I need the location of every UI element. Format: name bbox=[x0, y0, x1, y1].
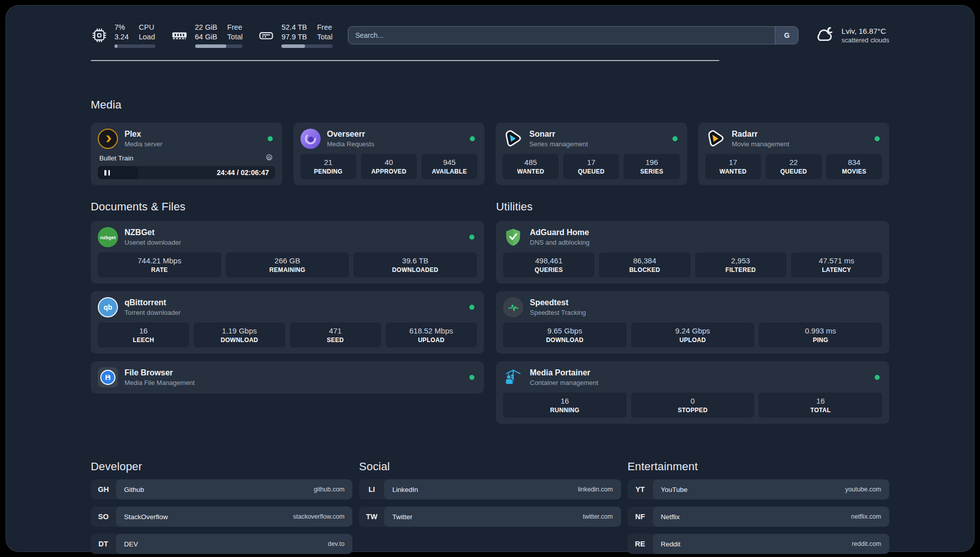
settings-gear-icon[interactable] bbox=[265, 153, 274, 162]
bookmark-link-dev[interactable]: DTDEVdev.to bbox=[91, 534, 352, 554]
section-title-media: Media bbox=[91, 98, 889, 112]
stat-value: 618.52 Mbps bbox=[388, 326, 475, 336]
stat-value: 196 bbox=[626, 157, 678, 167]
cpu-icon bbox=[91, 27, 108, 44]
resource-widgets: 7%3.24CPULoad22 GiB64 GiBFreeTotal52.4 T… bbox=[91, 23, 333, 48]
service-card-adguard[interactable]: AdGuard HomeDNS and adblocking498,461QUE… bbox=[496, 221, 889, 284]
bookmark-abbr: YT bbox=[628, 479, 653, 499]
playback-progress-bar: 24:44 / 02:06:47 bbox=[98, 166, 275, 179]
qbittorrent-icon: qb bbox=[98, 297, 118, 317]
bookmark-link-youtube[interactable]: YTYouTubeyoutube.com bbox=[628, 479, 889, 499]
plex-icon bbox=[98, 129, 118, 149]
stat-value: 945 bbox=[423, 157, 475, 167]
search-engine-button[interactable]: G bbox=[775, 27, 798, 44]
stat-queued: 17QUEUED bbox=[563, 154, 619, 179]
service-card-sonarr[interactable]: SonarrSeries management485WANTED17QUEUED… bbox=[496, 123, 687, 185]
stat-value: 485 bbox=[505, 157, 557, 167]
bookmarks-area: DeveloperGHGithubgithub.comSOStackOverfl… bbox=[91, 460, 889, 554]
stat-series: 196SERIES bbox=[624, 154, 680, 179]
bookmark-abbr: DT bbox=[91, 534, 116, 554]
stat-label: WANTED bbox=[707, 168, 759, 175]
service-card-speedtest[interactable]: SpeedtestSpeedtest Tracking9.65 GbpsDOWN… bbox=[496, 291, 889, 354]
stat-value: 9.65 Gbps bbox=[505, 326, 625, 336]
stat-movies: 834MOVIES bbox=[826, 154, 882, 179]
service-subtitle: Torrent downloader bbox=[125, 308, 180, 317]
stat-wanted: 485WANTED bbox=[503, 154, 559, 179]
stat-remaining: 266 GBREMAINING bbox=[226, 252, 349, 277]
resource-label-2: Total bbox=[317, 32, 333, 42]
search-input[interactable] bbox=[348, 27, 775, 44]
resource-labels: FreeTotal bbox=[227, 23, 243, 42]
stat-wanted: 17WANTED bbox=[705, 154, 761, 179]
service-title: AdGuard Home bbox=[530, 228, 590, 238]
nzbget-icon: nzbget bbox=[98, 227, 118, 247]
section-title-social: Social bbox=[359, 460, 621, 473]
stat-upload: 618.52 MbpsUPLOAD bbox=[386, 322, 477, 348]
stat-rate: 744.21 MbpsRATE bbox=[98, 252, 221, 277]
stat-approved: 40APPROVED bbox=[361, 154, 417, 179]
status-dot-online bbox=[469, 235, 474, 240]
resource-progress-fill bbox=[281, 44, 305, 48]
stat-label: DOWNLOADED bbox=[355, 266, 475, 273]
service-title: Radarr bbox=[732, 129, 789, 139]
service-card-filebrowser[interactable]: File BrowserMedia File Management bbox=[91, 361, 484, 394]
service-card-qbittorrent[interactable]: qbqBittorrentTorrent downloader16LEECH1.… bbox=[91, 291, 484, 354]
service-card-overseerr[interactable]: OverseerrMedia Requests21PENDING40APPROV… bbox=[293, 123, 485, 185]
stat-ping: 0.993 msPING bbox=[759, 322, 882, 348]
resource-values: 52.4 TB97.9 TB bbox=[281, 23, 307, 42]
stat-label: QUEUED bbox=[565, 168, 617, 175]
stat-value: 17 bbox=[707, 157, 759, 167]
status-dot-online bbox=[268, 136, 273, 141]
status-dot-online bbox=[875, 136, 880, 141]
now-playing-widget: Bullet Train24:44 / 02:06:47 bbox=[98, 152, 275, 179]
service-stats-row: 744.21 MbpsRATE266 GBREMAINING39.6 TBDOW… bbox=[98, 252, 477, 277]
resource-widget-cpu: 7%3.24CPULoad bbox=[91, 23, 155, 48]
stat-value: 834 bbox=[828, 157, 880, 167]
bookmark-section-developer: DeveloperGHGithubgithub.comSOStackOverfl… bbox=[91, 460, 352, 554]
service-stats-row: 16RUNNING0STOPPED16TOTAL bbox=[503, 393, 882, 418]
stat-value: 17 bbox=[565, 157, 617, 167]
service-card-plex[interactable]: PlexMedia serverBullet Train24:44 / 02:0… bbox=[91, 123, 282, 185]
service-stats-row: 485WANTED17QUEUED196SERIES bbox=[503, 154, 680, 179]
stat-label: LATENCY bbox=[793, 266, 880, 273]
service-subtitle: Container management bbox=[530, 378, 598, 387]
bookmark-link-stackoverflow[interactable]: SOStackOverflowstackoverflow.com bbox=[91, 507, 352, 527]
stat-value: 16 bbox=[505, 396, 625, 406]
service-subtitle: Media Requests bbox=[327, 140, 375, 148]
service-title: Plex bbox=[125, 129, 162, 139]
bookmark-domain: stackoverflow.com bbox=[293, 513, 344, 520]
overseerr-icon bbox=[300, 129, 321, 149]
bookmark-link-github[interactable]: GHGithubgithub.com bbox=[91, 479, 352, 499]
status-dot-online bbox=[469, 375, 474, 380]
documents-card-list: nzbgetNZBGetUsenet downloader744.21 Mbps… bbox=[91, 221, 484, 394]
header: 7%3.24CPULoad22 GiB64 GiBFreeTotal52.4 T… bbox=[91, 23, 889, 48]
bookmark-link-twitter[interactable]: TWTwittertwitter.com bbox=[359, 507, 621, 527]
bookmark-link-reddit[interactable]: RERedditreddit.com bbox=[628, 534, 889, 554]
service-stats-row: 21PENDING40APPROVED945AVAILABLE bbox=[300, 154, 478, 179]
service-title: qBittorrent bbox=[125, 298, 180, 308]
bookmark-link-netflix[interactable]: NFNetflixnetflix.com bbox=[628, 507, 889, 527]
service-card-portainer[interactable]: Media PortainerContainer management16RUN… bbox=[496, 361, 889, 424]
bookmark-link-linkedin[interactable]: LILinkedInlinkedin.com bbox=[359, 479, 621, 499]
service-title: Overseerr bbox=[327, 129, 375, 139]
stat-label: MOVIES bbox=[828, 168, 880, 175]
service-card-radarr[interactable]: RadarrMovie management17WANTED22QUEUED83… bbox=[698, 123, 890, 185]
stat-value: 2,953 bbox=[697, 256, 784, 265]
search-bar: G bbox=[348, 26, 799, 44]
stat-label: QUEUED bbox=[768, 168, 820, 175]
resource-labels: FreeTotal bbox=[317, 23, 333, 42]
section-title-documents: Documents & Files bbox=[91, 200, 484, 213]
stat-queries: 498,461QUERIES bbox=[503, 252, 594, 277]
resource-widget-memory: 22 GiB64 GiBFreeTotal bbox=[170, 23, 243, 48]
pause-icon bbox=[104, 170, 106, 176]
pause-button[interactable] bbox=[98, 166, 138, 179]
resource-values: 22 GiB64 GiB bbox=[195, 23, 217, 42]
media-card-grid: PlexMedia serverBullet Train24:44 / 02:0… bbox=[91, 123, 889, 185]
section-documents: Documents & Files nzbgetNZBGetUsenet dow… bbox=[91, 200, 484, 394]
stat-label: STOPPED bbox=[633, 407, 753, 414]
stat-value: 16 bbox=[761, 396, 880, 406]
service-card-nzbget[interactable]: nzbgetNZBGetUsenet downloader744.21 Mbps… bbox=[91, 221, 484, 284]
section-utilities: Utilities AdGuard HomeDNS and adblocking… bbox=[496, 200, 889, 424]
resource-value-2: 3.24 bbox=[114, 32, 129, 42]
stat-value: 0 bbox=[633, 396, 753, 406]
